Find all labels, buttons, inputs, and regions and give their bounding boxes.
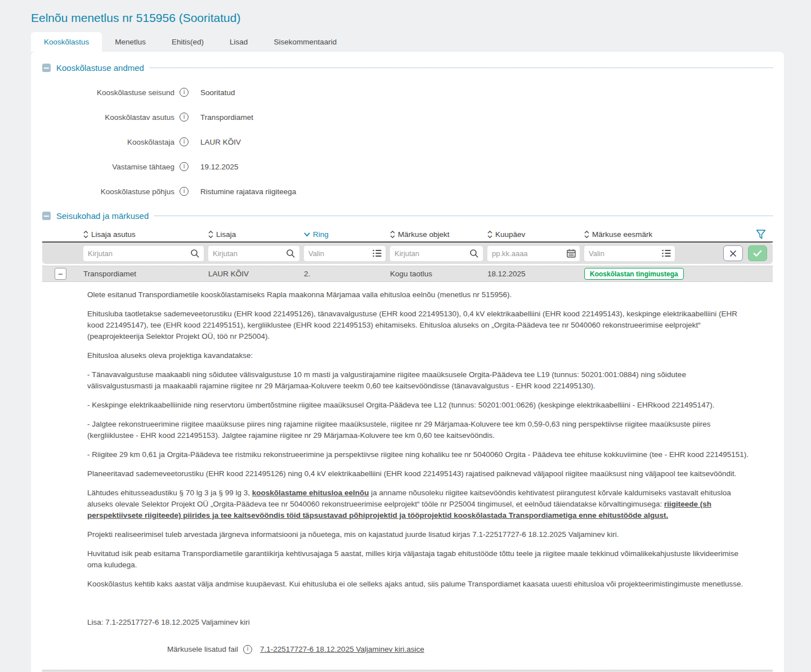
field-seisund: Kooskõlastuse seisund Sooritatud [42, 87, 773, 97]
section-remarks-header: Seisukohad ja märkused [42, 211, 773, 221]
field-value: Ristumine rajatava riigiteega [200, 187, 296, 196]
field-label: Kooskõlastav asutus [42, 113, 174, 122]
page-title: Eelnõu menetlus nr 515956 (Sooritatud) [31, 11, 811, 25]
field-kooskolastaja: Kooskõlastaja LAUR KÕIV [42, 137, 773, 147]
filter-ring[interactable] [304, 246, 386, 261]
tab-kooskolastus[interactable]: Kooskõlastus [31, 32, 102, 52]
filter-funnel-icon[interactable] [756, 229, 766, 240]
filter-lisaja-asutus-input[interactable] [88, 249, 190, 258]
info-icon[interactable] [243, 645, 252, 654]
filter-markuse-objekt[interactable] [390, 246, 483, 261]
sort-icon [83, 230, 88, 239]
remarks-table: Lisaja asutus Lisaja Ring Märkuse objekt… [42, 227, 773, 672]
filter-row [42, 243, 773, 264]
search-icon [469, 249, 479, 258]
sort-icon [487, 230, 492, 239]
info-icon[interactable] [180, 187, 189, 196]
field-value: Transpordiamet [200, 113, 253, 122]
detail-statement: Lähtudes ehitusseadustiku § 70 lg 3 ja §… [87, 487, 749, 521]
collapse-row-button[interactable] [55, 268, 66, 280]
filter-kuupaev[interactable] [487, 246, 580, 261]
tab-lisad[interactable]: Lisad [217, 32, 261, 52]
field-pohjus: Kooskõlastuse põhjus Ristumine rajatava … [42, 186, 773, 196]
table-row[interactable]: Transpordiamet LAUR KÕIV 1. Kogu taotlus… [42, 670, 773, 672]
content-panel: Kooskõlastuse andmed Kooskõlastuse seisu… [31, 52, 784, 672]
apply-filters-button[interactable] [748, 245, 767, 261]
section-divider [150, 68, 773, 68]
filter-kuupaev-input[interactable] [492, 249, 567, 258]
close-icon [729, 250, 737, 257]
field-label: Kooskõlastuse põhjus [42, 187, 174, 196]
field-tahtaeg: Vastamise tähtaeg 19.12.2025 [42, 162, 773, 172]
field-value: LAUR KÕIV [200, 138, 241, 146]
search-icon [190, 249, 200, 258]
filter-lisaja[interactable] [208, 246, 299, 261]
row-detail: Olete esitanud Transpordiametile kooskõl… [42, 282, 773, 670]
section-divider [154, 216, 773, 216]
field-label: Kooskõlastaja [42, 138, 174, 146]
detail-paragraph: Huvitatud isik peab esitama Transpordiam… [87, 548, 749, 571]
section-title: Kooskõlastuse andmed [56, 63, 144, 73]
cell-markuse-objekt: Kogu taotlus [390, 270, 487, 278]
table-row[interactable]: Transpordiamet LAUR KÕIV 2. Kogu taotlus… [42, 266, 773, 282]
info-icon[interactable] [180, 88, 189, 97]
search-icon [286, 249, 295, 258]
field-value: 19.12.2025 [200, 163, 239, 171]
column-header-lisaja-asutus[interactable]: Lisaja asutus [83, 230, 208, 239]
section-details-header: Kooskõlastuse andmed [42, 63, 773, 73]
info-icon[interactable] [180, 113, 189, 122]
filter-actions [723, 245, 767, 261]
detail-paragraph: Projekti realiseerimisel tuleb arvestada… [87, 529, 749, 540]
detail-paragraph: Ehitusloa aluseks oleva projektiga kavan… [87, 350, 749, 361]
filter-markuse-eesmark-input[interactable] [589, 249, 662, 258]
sort-icon [390, 230, 395, 239]
tab-ehitised[interactable]: Ehitis(ed) [159, 32, 217, 52]
detail-paragraph: - Riigitee 29 km 0,61 ja Orgita-Päädeva … [87, 449, 749, 460]
attachment-row: Märkusele lisatud fail 7.1-22517727-6 18… [87, 644, 749, 655]
details-fields: Kooskõlastuse seisund Sooritatud Kooskõl… [42, 87, 773, 196]
field-value: Sooritatud [200, 88, 235, 97]
calendar-icon [567, 249, 576, 258]
filter-lisaja-asutus[interactable] [83, 246, 204, 261]
detail-paragraph: - Tänavavalgustuse maakaabli ning sõidut… [87, 369, 749, 392]
filter-markuse-eesmark[interactable] [584, 246, 675, 261]
cell-lisaja-asutus: Transpordiamet [83, 270, 208, 278]
cell-ring: 2. [304, 270, 390, 278]
list-icon [373, 249, 382, 257]
attachment-label: Märkusele lisatud fail [87, 644, 238, 655]
tab-menetlus[interactable]: Menetlus [102, 32, 159, 52]
attachment-link[interactable]: 7.1-22517727-6 18.12.2025 Valjaminev kir… [260, 644, 424, 655]
collapse-icon[interactable] [42, 212, 51, 220]
sort-icon [584, 230, 589, 239]
tabbar: Kooskõlastus Menetlus Ehitis(ed) Lisad S… [31, 32, 811, 52]
column-header-lisaja[interactable]: Lisaja [208, 230, 304, 239]
cell-lisaja: LAUR KÕIV [208, 270, 304, 278]
detail-paragraph: Planeeritavad sademeveetorustiku (EHR ko… [87, 468, 749, 480]
detail-lisa-line: Lisa: 7.1-22517727-6 18.12.2025 Valjamin… [87, 617, 749, 628]
detail-paragraph: - Jalgtee rekonstrueerimine riigitee maa… [87, 419, 749, 441]
tab-sisekommentaarid[interactable]: Sisekommentaarid [261, 32, 350, 52]
collapse-icon[interactable] [42, 64, 51, 72]
filter-markuse-objekt-input[interactable] [395, 249, 469, 258]
filter-lisaja-input[interactable] [213, 249, 286, 258]
detail-paragraph: - Keskpinge elektrikaabelliinide ning re… [87, 400, 749, 411]
status-badge: Kooskõlastan tingimustega [584, 268, 684, 280]
field-asutus: Kooskõlastav asutus Transpordiamet [42, 112, 773, 122]
filter-ring-input[interactable] [308, 249, 373, 258]
clear-filters-button[interactable] [723, 245, 743, 261]
field-label: Vastamise tähtaeg [42, 163, 174, 171]
table-header: Lisaja asutus Lisaja Ring Märkuse objekt… [42, 227, 773, 243]
column-header-ring[interactable]: Ring [304, 230, 390, 239]
info-icon[interactable] [180, 137, 189, 146]
column-header-markuse-objekt[interactable]: Märkuse objekt [390, 230, 487, 239]
info-icon[interactable] [180, 162, 189, 171]
column-header-markuse-eesmark[interactable]: Märkuse eesmärk [584, 230, 740, 239]
sort-desc-icon [304, 232, 310, 237]
section-title: Seisukohad ja märkused [56, 211, 149, 221]
list-icon [662, 249, 671, 257]
check-icon [753, 250, 762, 257]
detail-paragraph: Olete esitanud Transpordiametile kooskõl… [87, 289, 749, 301]
sort-icon [208, 230, 213, 239]
detail-paragraph: Ehitusluba taotletakse sademeveetorustik… [87, 308, 749, 342]
column-header-kuupaev[interactable]: Kuupäev [487, 230, 584, 239]
